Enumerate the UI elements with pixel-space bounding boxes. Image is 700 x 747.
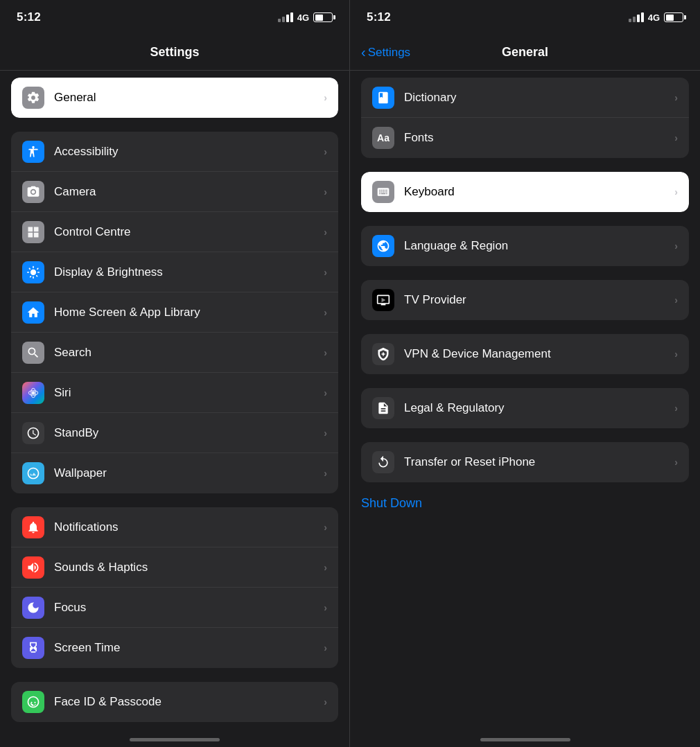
list-item-vpn[interactable]: VPN & Device Management ›: [361, 334, 689, 374]
dictionary-icon: [372, 87, 394, 109]
list-item-language[interactable]: Language & Region ›: [361, 226, 689, 266]
list-item-legal[interactable]: Legal & Regulatory ›: [361, 388, 689, 428]
dictionary-label: Dictionary: [404, 91, 674, 105]
search-icon-svg: [26, 346, 40, 360]
list-item-fonts[interactable]: Aa Fonts ›: [361, 118, 689, 158]
tv-provider-icon: [372, 289, 394, 311]
list-item-home-screen[interactable]: Home Screen & App Library ›: [11, 292, 338, 333]
wallpaper-icon: [22, 462, 44, 484]
section-general: General ›: [11, 78, 338, 118]
list-item-sounds[interactable]: Sounds & Haptics ›: [11, 547, 338, 588]
globe-icon-svg: [376, 239, 390, 253]
list-item-standby[interactable]: StandBy ›: [11, 413, 338, 453]
legal-label: Legal & Regulatory: [404, 401, 674, 415]
sounds-chevron: ›: [324, 562, 327, 573]
sounds-icon: [22, 556, 44, 579]
general-label: General: [54, 91, 324, 105]
list-item-screen-time[interactable]: Screen Time ›: [11, 628, 338, 668]
list-item-notifications[interactable]: Notifications ›: [11, 507, 338, 547]
keyboard-label: Keyboard: [404, 185, 674, 199]
right-scroll[interactable]: Dictionary › Aa Fonts › Keyboard ›: [350, 71, 700, 726]
transfer-icon: [372, 451, 394, 473]
control-centre-chevron: ›: [324, 227, 327, 238]
list-item-face-id[interactable]: Face ID & Passcode ›: [11, 682, 338, 722]
display-icon: [22, 261, 44, 283]
dictionary-chevron: ›: [674, 92, 678, 103]
camera-chevron: ›: [324, 186, 327, 197]
list-item-general[interactable]: General ›: [11, 78, 338, 118]
gear-icon: [26, 91, 40, 105]
list-item-tv-provider[interactable]: TV Provider ›: [361, 280, 689, 320]
camera-icon: [22, 181, 44, 203]
list-item-wallpaper[interactable]: Wallpaper ›: [11, 453, 338, 493]
language-label: Language & Region: [404, 239, 674, 253]
list-item-focus[interactable]: Focus ›: [11, 588, 338, 628]
standby-label: StandBy: [54, 426, 324, 440]
page-title-right: General: [502, 45, 548, 60]
wallpaper-chevron: ›: [324, 468, 327, 479]
vpn-icon: [372, 343, 394, 365]
left-panel: 5:12 4G Settings General: [0, 0, 350, 747]
status-bar-right: 5:12 4G: [350, 0, 700, 35]
back-label: Settings: [368, 46, 410, 60]
face-icon-svg: [26, 695, 40, 709]
status-time-right: 5:12: [367, 10, 391, 24]
svg-point-1: [32, 391, 35, 394]
list-item-control-centre[interactable]: Control Centre ›: [11, 212, 338, 252]
section-keyboard: Keyboard ›: [361, 172, 689, 212]
shutdown-button[interactable]: Shut Down: [361, 496, 422, 511]
siri-chevron: ›: [324, 387, 327, 398]
list-item-accessibility[interactable]: Accessibility ›: [11, 132, 338, 172]
back-button[interactable]: ‹ Settings: [361, 44, 410, 60]
home-screen-label: Home Screen & App Library: [54, 306, 324, 319]
wallpaper-icon-svg: [26, 466, 40, 480]
home-icon-svg: [26, 306, 40, 319]
list-item-transfer[interactable]: Transfer or Reset iPhone ›: [361, 442, 689, 482]
section-legal: Legal & Regulatory ›: [361, 388, 689, 428]
camera-label: Camera: [54, 185, 324, 199]
siri-label: Siri: [54, 386, 324, 400]
legal-icon: [372, 397, 394, 419]
hourglass-icon-svg: [26, 641, 40, 655]
transfer-label: Transfer or Reset iPhone: [404, 455, 674, 469]
list-item-dictionary[interactable]: Dictionary ›: [361, 78, 689, 118]
status-icons-left: 4G: [278, 12, 333, 23]
home-indicator-left: [0, 726, 349, 747]
language-chevron: ›: [674, 240, 678, 252]
vpn-icon-svg: [376, 347, 390, 361]
list-item-display[interactable]: Display & Brightness ›: [11, 252, 338, 292]
transfer-icon-svg: [376, 455, 390, 469]
left-scroll[interactable]: General › Accessibility › Camera ›: [0, 71, 349, 726]
notifications-icon: [22, 516, 44, 538]
home-screen-chevron: ›: [324, 307, 327, 318]
face-id-chevron: ›: [324, 696, 327, 708]
camera-icon-svg: [26, 185, 40, 199]
search-chevron: ›: [324, 347, 327, 358]
accessibility-icon: [22, 141, 44, 163]
right-panel: 5:12 4G ‹ Settings General: [350, 0, 700, 747]
face-id-label: Face ID & Passcode: [54, 695, 324, 709]
screen-time-icon: [22, 637, 44, 659]
list-item-search[interactable]: Search ›: [11, 333, 338, 373]
home-bar-left: [130, 738, 220, 741]
home-screen-icon: [22, 301, 44, 324]
battery-icon-right: [664, 12, 683, 22]
siri-icon-svg: [26, 386, 40, 400]
battery-icon-left: [313, 12, 333, 22]
list-item-siri[interactable]: Siri ›: [11, 373, 338, 413]
search-label: Search: [54, 346, 324, 360]
focus-icon: [22, 597, 44, 619]
section-notifications: Notifications › Sounds & Haptics › Focus…: [11, 507, 338, 668]
page-header-left: Settings: [0, 35, 349, 71]
list-item-keyboard[interactable]: Keyboard ›: [361, 172, 689, 212]
search-icon: [22, 342, 44, 364]
language-icon: [372, 235, 394, 257]
list-item-camera[interactable]: Camera ›: [11, 172, 338, 212]
status-time-left: 5:12: [17, 10, 41, 24]
home-bar-right: [480, 738, 570, 741]
section-face-id: Face ID & Passcode ›: [11, 682, 338, 722]
wallpaper-label: Wallpaper: [54, 466, 324, 480]
section-personalization: Accessibility › Camera › Control Centre …: [11, 132, 338, 493]
signal-icon-left: [278, 12, 293, 22]
tv-provider-chevron: ›: [674, 295, 678, 306]
